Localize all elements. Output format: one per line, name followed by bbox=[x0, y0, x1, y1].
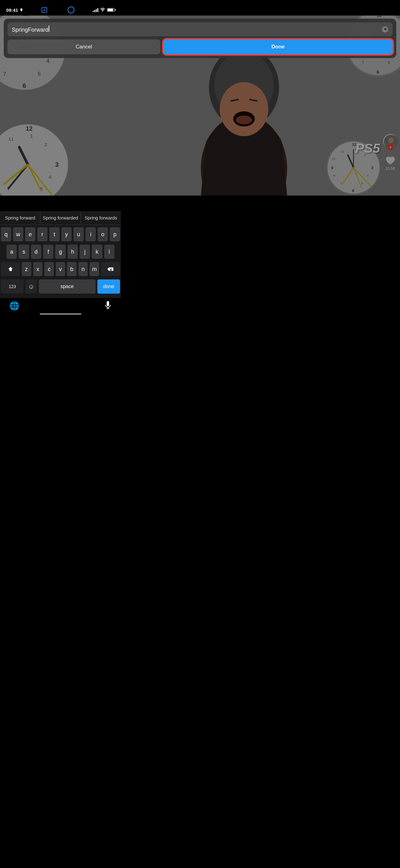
mic-svg bbox=[104, 301, 112, 309]
delete-key[interactable] bbox=[101, 262, 120, 276]
svg-point-0 bbox=[102, 11, 103, 11]
key-r[interactable]: r bbox=[37, 227, 47, 242]
key-p[interactable]: p bbox=[110, 227, 120, 242]
microphone-icon[interactable] bbox=[104, 301, 112, 311]
suggestion-1[interactable]: Spring forward bbox=[0, 212, 40, 223]
space-key[interactable]: space bbox=[39, 279, 96, 294]
suggestion-3[interactable]: Spring forwards bbox=[80, 212, 121, 223]
cancel-button[interactable]: Cancel bbox=[7, 39, 121, 54]
di-camera-indicator bbox=[68, 6, 74, 13]
key-n[interactable]: n bbox=[78, 262, 88, 276]
input-value: SpringForward bbox=[12, 27, 48, 33]
key-q[interactable]: q bbox=[1, 227, 11, 242]
text-cursor bbox=[49, 26, 49, 32]
key-g[interactable]: g bbox=[55, 245, 65, 259]
dialog-buttons: Cancel Done bbox=[7, 39, 121, 54]
key-b[interactable]: b bbox=[67, 262, 76, 276]
status-time: 09:41 bbox=[6, 7, 23, 13]
home-indicator bbox=[40, 313, 81, 315]
keyboard-row-2: a s d f g h j k l bbox=[1, 245, 120, 259]
keyboard-row-3: z x c v b n m bbox=[1, 262, 120, 276]
autocomplete-bar: Spring forward Spring forwarded Spring f… bbox=[0, 211, 121, 225]
signal-icon bbox=[93, 8, 98, 12]
key-v[interactable]: v bbox=[56, 262, 65, 276]
di-keyboard-indicator: A bbox=[41, 7, 47, 13]
key-d[interactable]: d bbox=[31, 245, 41, 259]
key-z[interactable]: z bbox=[22, 262, 31, 276]
time-label: 09:41 bbox=[6, 7, 18, 13]
dynamic-island: A bbox=[38, 5, 77, 15]
keyboard-done-key[interactable]: done bbox=[97, 279, 120, 294]
location-icon bbox=[20, 8, 23, 12]
key-k[interactable]: k bbox=[92, 245, 102, 259]
delete-icon bbox=[107, 267, 113, 272]
key-y[interactable]: y bbox=[61, 227, 72, 242]
keyboard-row-1: q w e r t y u i o p bbox=[1, 227, 120, 242]
numbers-key[interactable]: 123 bbox=[1, 279, 24, 294]
rename-dialog: SpringForward ✕ Cancel Done bbox=[4, 19, 121, 58]
key-u[interactable]: u bbox=[73, 227, 84, 242]
key-a[interactable]: a bbox=[6, 245, 17, 259]
status-right-icons bbox=[93, 8, 115, 12]
emoji-key[interactable]: ☺ bbox=[26, 279, 37, 294]
svg-rect-82 bbox=[107, 301, 109, 306]
key-o[interactable]: o bbox=[98, 227, 108, 242]
bottom-bar: 🌐 bbox=[0, 298, 121, 317]
status-bar: 09:41 A bbox=[0, 0, 121, 16]
key-t[interactable]: t bbox=[49, 227, 60, 242]
keyboard: q w e r t y u i o p a s d f g h j k l z … bbox=[0, 225, 121, 298]
key-s[interactable]: s bbox=[19, 245, 29, 259]
globe-icon[interactable]: 🌐 bbox=[9, 301, 19, 311]
key-x[interactable]: x bbox=[33, 262, 43, 276]
suggestion-2[interactable]: Spring forwarded bbox=[40, 212, 80, 223]
key-c[interactable]: c bbox=[44, 262, 54, 276]
shift-key[interactable] bbox=[1, 262, 20, 276]
search-input-container[interactable]: SpringForward ✕ bbox=[7, 22, 121, 36]
key-l[interactable]: l bbox=[104, 245, 114, 259]
key-m[interactable]: m bbox=[90, 262, 99, 276]
input-text: SpringForward bbox=[12, 26, 121, 33]
keyboard-row-bottom: 123 ☺ space done bbox=[1, 279, 120, 294]
shift-icon bbox=[8, 266, 13, 272]
key-f[interactable]: f bbox=[43, 245, 53, 259]
wifi-icon bbox=[100, 8, 105, 12]
key-j[interactable]: j bbox=[80, 245, 90, 259]
battery-icon bbox=[107, 8, 115, 12]
key-w[interactable]: w bbox=[13, 227, 23, 242]
key-i[interactable]: i bbox=[86, 227, 96, 242]
key-e[interactable]: e bbox=[25, 227, 35, 242]
key-h[interactable]: h bbox=[68, 245, 78, 259]
